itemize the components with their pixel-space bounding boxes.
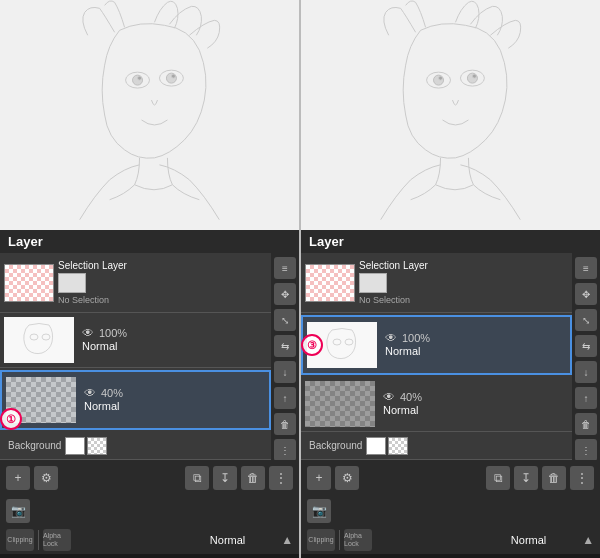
left-opacity-slider-bar: 40% − + ② [0,554,299,558]
rt-delete-left[interactable]: 🗑 [274,413,296,435]
rt-more-left[interactable]: ⋮ [274,439,296,460]
left-layer-bottom-bar: + ⚙ ⧉ ↧ 🗑 ⋮ [0,460,299,496]
rt-layers-right[interactable]: ≡ [575,257,597,279]
right-layer-panel: Layer Selection Layer No Selection ③ [301,230,600,558]
bg-swatch-white-right [366,437,386,455]
delete-btn-right[interactable]: 🗑 [542,466,566,490]
left-layer-header: Layer [0,230,299,253]
layer2-info-right: 👁 100% Normal [381,331,570,358]
layer1-info-left: 👁 40% Normal [80,386,269,413]
right-opacity-slider-bar: 100% − + [301,554,600,558]
rt-delete-right[interactable]: 🗑 [575,413,597,435]
clipping-btn-left[interactable]: Clipping [6,529,34,551]
layer2-mode-left: Normal [82,340,271,353]
background-row-left[interactable]: Background [0,432,271,460]
svg-rect-0 [0,0,299,229]
camera-btn-right[interactable]: 📷 [307,499,331,523]
layer2-mode-right: Normal [385,345,570,358]
right-mode-label: Normal [479,534,578,546]
settings-btn-right[interactable]: ⚙ [335,466,359,490]
badge-1: ① [0,408,22,430]
alpha-lock-btn-left[interactable]: Alpha Lock [43,529,71,551]
svg-rect-11 [301,0,600,229]
layer2-info-left: 👁 100% Normal [78,326,271,353]
rt-more-right[interactable]: ⋮ [575,439,597,460]
layer1-mode-left: Normal [84,400,269,413]
more-btn-left[interactable]: ⋮ [269,466,293,490]
layer1-thumbnail-right [305,381,375,427]
right-panel: Layer Selection Layer No Selection ③ [301,0,600,558]
layer1-row-left[interactable]: ① 👁 40% Normal [0,370,271,430]
merge-btn-left[interactable]: ↧ [213,466,237,490]
rt-move-right[interactable]: ✥ [575,283,597,305]
add-layer-btn-left[interactable]: + [6,466,30,490]
camera-row-left: 📷 [0,496,299,526]
clipping-label-left: Clipping [7,536,32,544]
copy-btn-left[interactable]: ⧉ [185,466,209,490]
clipping-btn-right[interactable]: Clipping [307,529,335,551]
left-mode-bar: Clipping Alpha Lock Normal ▲ [0,526,299,554]
svg-point-17 [472,74,476,78]
rt-up-right[interactable]: ↑ [575,387,597,409]
right-layer-header: Layer [301,230,600,253]
rt-move-left[interactable]: ✥ [274,283,296,305]
layer2-opacity-right: 100% [402,332,430,344]
add-layer-btn-right[interactable]: + [307,466,331,490]
layer2-row-left[interactable]: 👁 100% Normal [0,313,271,368]
left-mode-label: Normal [178,534,277,546]
settings-btn-left[interactable]: ⚙ [34,466,58,490]
alpha-lock-label-right: Alpha Lock [344,532,372,547]
rt-down-right[interactable]: ↓ [575,361,597,383]
no-selection-label-left: No Selection [58,295,271,305]
selection-info-right: Selection Layer No Selection [359,260,572,305]
bg-swatch-checker-left [87,437,107,455]
svg-point-14 [439,76,443,80]
alpha-lock-label-left: Alpha Lock [43,532,71,547]
rt-transform-left[interactable]: ⤡ [274,309,296,331]
rt-transform-right[interactable]: ⤡ [575,309,597,331]
selection-thumbnail-left [4,264,54,302]
layer2-row-right[interactable]: ③ 👁 [301,315,572,375]
layer1-info-right: 👁 40% Normal [379,390,572,417]
rt-flip-right[interactable]: ⇆ [575,335,597,357]
divider-right [339,530,340,550]
right-canvas [301,0,600,230]
right-mode-arrow[interactable]: ▲ [582,533,594,547]
alpha-lock-btn-right[interactable]: Alpha Lock [344,529,372,551]
rt-down-left[interactable]: ↓ [274,361,296,383]
selection-layer-label-right: Selection Layer [359,260,572,271]
bg-swatch-checker-right [388,437,408,455]
camera-btn-left[interactable]: 📷 [6,499,30,523]
left-layer-panel: Layer Selection Layer No Selection [0,230,299,558]
layer2-opacity-left: 100% [99,327,127,339]
left-right-toolbar: ≡ ✥ ⤡ ⇆ ↓ ↑ 🗑 ⋮ [271,253,299,460]
left-canvas [0,0,299,230]
background-label-right: Background [309,440,362,451]
right-layer-bottom-bar: + ⚙ ⧉ ↧ 🗑 ⋮ [301,460,600,496]
layer1-opacity-left: 40% [101,387,123,399]
layer1-row-right[interactable]: 👁 40% Normal [301,377,572,432]
rt-up-left[interactable]: ↑ [274,387,296,409]
svg-point-6 [171,74,175,78]
selection-layer-row-right[interactable]: Selection Layer No Selection [301,253,572,313]
clipping-label-right: Clipping [308,536,333,544]
badge-3: ③ [301,334,323,356]
selection-layer-label-left: Selection Layer [58,260,271,271]
delete-btn-left[interactable]: 🗑 [241,466,265,490]
selection-layer-row-left[interactable]: Selection Layer No Selection [0,253,271,313]
right-layer-list: Selection Layer No Selection ③ [301,253,600,460]
left-panel: Layer Selection Layer No Selection [0,0,299,558]
rt-layers-left[interactable]: ≡ [274,257,296,279]
divider-left [38,530,39,550]
svg-point-3 [138,76,142,80]
merge-btn-right[interactable]: ↧ [514,466,538,490]
left-mode-arrow[interactable]: ▲ [281,533,293,547]
right-mode-bar: Clipping Alpha Lock Normal ▲ [301,526,600,554]
more-btn-right[interactable]: ⋮ [570,466,594,490]
rt-flip-left[interactable]: ⇆ [274,335,296,357]
copy-btn-right[interactable]: ⧉ [486,466,510,490]
camera-row-right: 📷 [301,496,600,526]
layer1-opacity-right: 40% [400,391,422,403]
layer1-mode-right: Normal [383,404,572,417]
background-row-right[interactable]: Background [301,432,572,460]
